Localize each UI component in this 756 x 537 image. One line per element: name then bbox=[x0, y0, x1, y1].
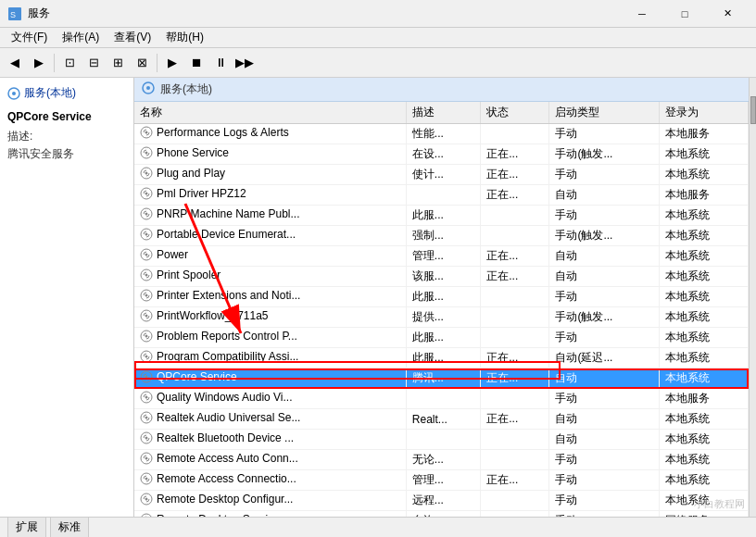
menu-item-H[interactable]: 帮助(H) bbox=[158, 28, 211, 47]
cell-startup: 自动 bbox=[549, 368, 659, 389]
cell-startup: 手动 bbox=[549, 470, 659, 491]
cell-status bbox=[481, 511, 549, 518]
toolbar-btn-view4[interactable]: ⊠ bbox=[131, 52, 153, 74]
cell-desc: 使计... bbox=[406, 165, 480, 185]
toolbar-btn-view1[interactable]: ⊡ bbox=[58, 52, 81, 74]
cell-login: 网络服务 bbox=[659, 511, 748, 518]
svg-point-19 bbox=[145, 254, 148, 256]
cell-desc bbox=[406, 430, 480, 450]
table-row[interactable]: Portable Device Enumerat...强制...手动(触发...… bbox=[134, 226, 749, 246]
svg-point-3 bbox=[12, 92, 16, 95]
cell-status bbox=[481, 450, 549, 470]
svg-point-27 bbox=[145, 335, 148, 338]
cell-name: Phone Service bbox=[134, 144, 406, 165]
restart-button[interactable]: ▶▶ bbox=[233, 52, 256, 74]
maximize-button[interactable]: □ bbox=[663, 0, 706, 28]
cell-startup: 手动(触发... bbox=[549, 144, 659, 165]
cell-desc: 提供... bbox=[406, 307, 480, 328]
table-row[interactable]: Remote Access Connectio...管理...正在...手动本地… bbox=[134, 470, 749, 491]
table-row[interactable]: PNRP Machine Name Publ...此服...手动本地系统 bbox=[134, 206, 749, 226]
table-row[interactable]: Quality Windows Audio Vi...手动本地服务 bbox=[134, 389, 749, 409]
cell-startup: 自动 bbox=[549, 267, 659, 287]
table-row[interactable]: Print Spooler该服...正在...自动本地系统 bbox=[134, 267, 749, 287]
tab-expand[interactable]: 扩展 bbox=[7, 517, 46, 537]
cell-startup: 手动 bbox=[549, 287, 659, 307]
close-button[interactable]: ✕ bbox=[706, 0, 749, 28]
col-startup[interactable]: 启动类型 bbox=[549, 102, 659, 124]
forward-button[interactable]: ▶ bbox=[28, 52, 50, 74]
cell-desc bbox=[406, 389, 480, 409]
cell-login: 本地系统 bbox=[659, 206, 748, 226]
table-row[interactable]: Phone Service在设...正在...手动(触发...本地系统 bbox=[134, 144, 749, 165]
cell-startup: 手动 bbox=[549, 450, 659, 470]
table-row[interactable]: QPCore Service腾讯...正在...自动本地系统 bbox=[134, 368, 749, 389]
services-table[interactable]: 名称 描述 状态 启动类型 登录为 Performance Logs & Ale… bbox=[134, 102, 749, 517]
table-row[interactable]: Pml Driver HPZ12正在...自动本地服务 bbox=[134, 185, 749, 206]
stop-button[interactable]: ⏹ bbox=[185, 52, 208, 74]
svg-point-17 bbox=[145, 233, 148, 236]
sidebar: 服务(本地) QPCore Service 描述: 腾讯安全服务 bbox=[0, 78, 134, 517]
scrollbar-thumb[interactable] bbox=[750, 96, 756, 124]
scrollbar-area[interactable] bbox=[749, 78, 756, 517]
sidebar-desc-label: 描述: bbox=[7, 129, 126, 144]
col-desc[interactable]: 描述 bbox=[406, 102, 480, 124]
menu-item-V[interactable]: 查看(V) bbox=[107, 28, 158, 47]
toolbar-btn-view2[interactable]: ⊟ bbox=[82, 52, 105, 74]
cell-name: Plug and Play bbox=[134, 165, 406, 185]
cell-name: Performance Logs & Alerts bbox=[134, 124, 406, 144]
services-list: Performance Logs & Alerts性能...手动本地服务 Pho… bbox=[134, 124, 749, 518]
cell-name: PrintWorkflow_1711a5 bbox=[134, 307, 406, 328]
cell-name: Remote Access Auto Conn... bbox=[134, 450, 406, 470]
cell-startup: 自动 bbox=[549, 430, 659, 450]
table-row[interactable]: Remote Desktop Configur...远程...手动本地系统 bbox=[134, 491, 749, 511]
table-row[interactable]: Remote Desktop Services...允许...手动网络服务 bbox=[134, 511, 749, 518]
table-row[interactable]: Printer Extensions and Noti...此服...手动本地系… bbox=[134, 287, 749, 307]
col-login[interactable]: 登录为 bbox=[659, 102, 748, 124]
sidebar-header[interactable]: 服务(本地) bbox=[7, 85, 126, 101]
table-row[interactable]: Power管理...正在...自动本地系统 bbox=[134, 246, 749, 267]
cell-desc: 此服... bbox=[406, 328, 480, 348]
cell-status: 正在... bbox=[481, 246, 549, 267]
svg-point-11 bbox=[145, 172, 148, 175]
table-row[interactable]: PrintWorkflow_1711a5提供...手动(触发...本地系统 bbox=[134, 307, 749, 328]
start-button[interactable]: ▶ bbox=[161, 52, 183, 74]
svg-point-39 bbox=[145, 457, 148, 460]
cell-status bbox=[481, 226, 549, 246]
table-header: 名称 描述 状态 启动类型 登录为 bbox=[134, 102, 749, 124]
svg-point-13 bbox=[145, 193, 148, 195]
menu-item-A[interactable]: 操作(A) bbox=[55, 28, 107, 47]
cell-status: 正在... bbox=[481, 348, 549, 368]
cell-name: QPCore Service bbox=[134, 368, 406, 389]
cell-desc: 无论... bbox=[406, 450, 480, 470]
toolbar-sep-2 bbox=[157, 54, 158, 72]
tab-standard[interactable]: 标准 bbox=[50, 517, 89, 537]
cell-login: 本地系统 bbox=[659, 226, 748, 246]
svg-point-25 bbox=[145, 315, 148, 318]
svg-point-21 bbox=[145, 274, 148, 277]
table-row[interactable]: Performance Logs & Alerts性能...手动本地服务 bbox=[134, 124, 749, 144]
svg-point-35 bbox=[145, 417, 148, 419]
cell-name: Portable Device Enumerat... bbox=[134, 226, 406, 246]
back-button[interactable]: ◀ bbox=[4, 52, 26, 74]
cell-startup: 自动 bbox=[549, 246, 659, 267]
table-row[interactable]: Program Compatibility Assi...此服...正在...自… bbox=[134, 348, 749, 368]
sidebar-content: QPCore Service 描述: 腾讯安全服务 bbox=[7, 106, 126, 166]
cell-startup: 手动 bbox=[549, 165, 659, 185]
col-name[interactable]: 名称 bbox=[134, 102, 406, 124]
cell-status bbox=[481, 307, 549, 328]
table-row[interactable]: Remote Access Auto Conn...无论...手动本地系统 bbox=[134, 450, 749, 470]
menu-item-F[interactable]: 文件(F) bbox=[4, 28, 55, 47]
toolbar-btn-view3[interactable]: ⊞ bbox=[107, 52, 129, 74]
table-row[interactable]: Realtek Audio Universal Se...Realt...正在.… bbox=[134, 409, 749, 430]
cell-name: Remote Desktop Services... bbox=[134, 511, 406, 518]
statusbar: 扩展 标准 bbox=[0, 517, 756, 537]
cell-startup: 手动 bbox=[549, 328, 659, 348]
col-status[interactable]: 状态 bbox=[481, 102, 549, 124]
table-row[interactable]: Problem Reports Control P...此服...手动本地系统 bbox=[134, 328, 749, 348]
svg-point-7 bbox=[145, 131, 148, 134]
table-row[interactable]: Realtek Bluetooth Device ...自动本地系统 bbox=[134, 430, 749, 450]
pause-button[interactable]: ⏸ bbox=[209, 52, 232, 74]
svg-point-43 bbox=[145, 498, 148, 501]
minimize-button[interactable]: ─ bbox=[621, 0, 663, 28]
table-row[interactable]: Plug and Play使计...正在...手动本地系统 bbox=[134, 165, 749, 185]
